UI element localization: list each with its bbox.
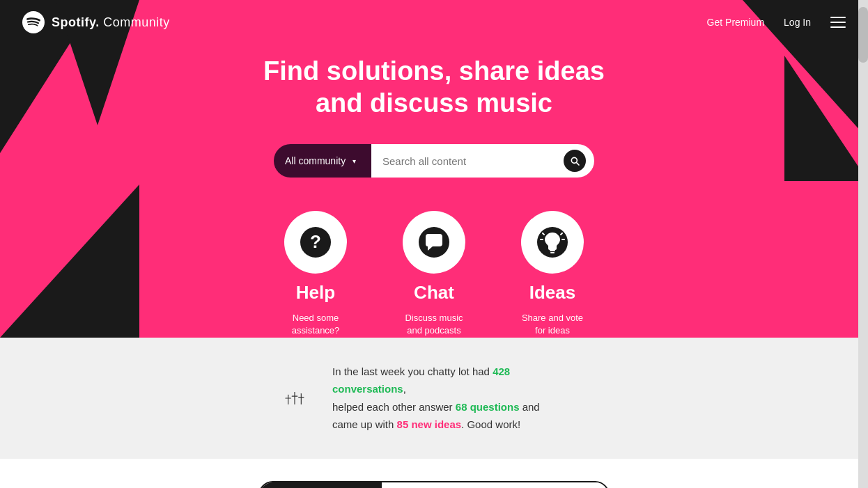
- help-desc: Need someassistance?: [292, 312, 340, 337]
- get-premium-link[interactable]: Get Premium: [707, 17, 764, 28]
- ideas-label: Ideas: [529, 282, 576, 304]
- chat-icon-circle: [403, 211, 465, 274]
- search-icon: [569, 155, 580, 166]
- hamburger-menu[interactable]: [830, 17, 846, 28]
- triangle-decoration: [784, 56, 868, 181]
- chat-label: Chat: [414, 282, 454, 304]
- questions-link[interactable]: 68 questions: [456, 401, 520, 413]
- chat-icon: [419, 227, 449, 258]
- topics-section: Featured topics Popular topics Latest to…: [0, 459, 868, 488]
- ideas-card[interactable]: Ideas Share and votefor ideas: [521, 211, 584, 337]
- tab-latest-topics[interactable]: Latest topics: [499, 482, 609, 488]
- hero-section: Find solutions, share ideas and discuss …: [0, 0, 868, 338]
- lightbulb-icon: [537, 227, 568, 258]
- sliders-icon: [285, 388, 304, 408]
- spotify-icon: [22, 11, 45, 33]
- chat-desc: Discuss musicand podcasts: [405, 312, 463, 337]
- help-icon-circle: ?: [284, 211, 347, 274]
- svg-line-10: [561, 233, 562, 235]
- svg-rect-5: [550, 250, 555, 251]
- hero-title: Find solutions, share ideas and discuss …: [263, 56, 605, 119]
- mixer-icon: [285, 388, 304, 408]
- icon-cards-row: ? Help Need someassistance? Chat Discuss…: [284, 211, 584, 337]
- svg-text:?: ?: [310, 231, 321, 252]
- search-input[interactable]: [382, 155, 561, 167]
- search-button[interactable]: [564, 150, 586, 172]
- log-in-link[interactable]: Log In: [784, 17, 811, 28]
- ideas-link[interactable]: 85 new ideas: [397, 418, 462, 430]
- tab-popular-topics[interactable]: Popular topics: [382, 482, 499, 488]
- chevron-down-icon: ▾: [352, 157, 356, 165]
- chat-card[interactable]: Chat Discuss musicand podcasts: [403, 211, 465, 337]
- community-dropdown[interactable]: All community ▾: [274, 144, 371, 178]
- help-card[interactable]: ? Help Need someassistance?: [284, 211, 347, 337]
- svg-rect-6: [550, 252, 555, 253]
- stats-section: In the last week you chatty lot had 428 …: [0, 338, 868, 459]
- brand-logo[interactable]: Spotify. Community: [22, 11, 170, 33]
- question-mark-icon: ?: [300, 227, 331, 258]
- navbar-right: Get Premium Log In: [707, 17, 846, 28]
- svg-line-9: [543, 233, 544, 235]
- help-label: Help: [296, 282, 335, 304]
- conversations-link[interactable]: 428 conversations: [332, 365, 510, 395]
- stats-text: In the last week you chatty lot had 428 …: [332, 363, 583, 434]
- search-input-wrap: [371, 144, 594, 178]
- tab-featured-topics[interactable]: Featured topics: [260, 482, 382, 488]
- triangle-decoration: [0, 184, 139, 338]
- navbar: Spotify. Community Get Premium Log In: [0, 0, 868, 45]
- search-bar: All community ▾: [274, 144, 594, 178]
- ideas-icon-circle: [521, 211, 584, 274]
- scrollbar-track[interactable]: [858, 0, 868, 488]
- ideas-desc: Share and votefor ideas: [522, 312, 583, 337]
- brand-name: Spotify. Community: [52, 15, 170, 30]
- topics-tabs: Featured topics Popular topics Latest to…: [258, 481, 610, 488]
